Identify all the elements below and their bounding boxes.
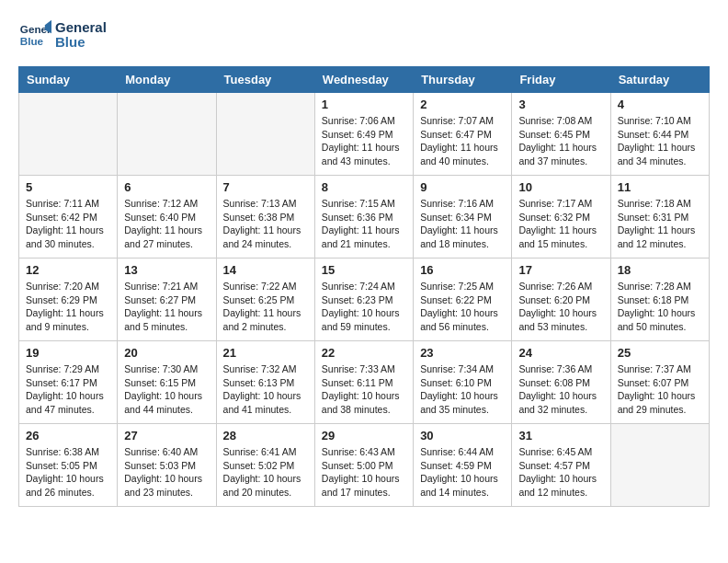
day-number: 3 — [518, 98, 603, 111]
day-number: 18 — [618, 263, 702, 277]
calendar-cell: 30Sunrise: 6:44 AM Sunset: 4:59 PM Dayli… — [414, 424, 512, 507]
day-number: 13 — [124, 263, 209, 277]
day-number: 30 — [420, 429, 505, 442]
calendar-cell: 6Sunrise: 7:12 AM Sunset: 6:40 PM Daylig… — [118, 176, 216, 259]
day-number: 2 — [420, 98, 505, 111]
column-header-tuesday: Tuesday — [216, 67, 314, 93]
column-header-saturday: Saturday — [610, 67, 709, 93]
day-number: 24 — [518, 346, 603, 360]
day-info: Sunrise: 7:21 AM Sunset: 6:27 PM Dayligh… — [124, 280, 209, 334]
week-row-2: 5Sunrise: 7:11 AM Sunset: 6:42 PM Daylig… — [19, 176, 710, 259]
calendar-cell: 9Sunrise: 7:16 AM Sunset: 6:34 PM Daylig… — [414, 176, 512, 259]
week-row-3: 12Sunrise: 7:20 AM Sunset: 6:29 PM Dayli… — [19, 259, 710, 341]
calendar-cell: 19Sunrise: 7:29 AM Sunset: 6:17 PM Dayli… — [19, 341, 118, 424]
calendar-cell: 14Sunrise: 7:22 AM Sunset: 6:25 PM Dayli… — [216, 259, 314, 341]
calendar-cell: 7Sunrise: 7:13 AM Sunset: 6:38 PM Daylig… — [216, 176, 314, 259]
day-number: 21 — [223, 346, 308, 360]
day-number: 23 — [420, 346, 505, 360]
day-number: 6 — [124, 180, 209, 194]
day-info: Sunrise: 7:33 AM Sunset: 6:11 PM Dayligh… — [322, 362, 406, 417]
day-number: 12 — [26, 263, 110, 277]
calendar-cell: 4Sunrise: 7:10 AM Sunset: 6:44 PM Daylig… — [610, 93, 709, 176]
day-number: 15 — [322, 263, 406, 277]
calendar-cell: 31Sunrise: 6:45 AM Sunset: 4:57 PM Dayli… — [512, 424, 610, 507]
calendar-cell: 29Sunrise: 6:43 AM Sunset: 5:00 PM Dayli… — [314, 424, 413, 507]
day-number: 14 — [223, 263, 308, 277]
calendar-cell: 20Sunrise: 7:30 AM Sunset: 6:15 PM Dayli… — [118, 341, 216, 424]
column-header-sunday: Sunday — [19, 67, 118, 93]
calendar-cell: 17Sunrise: 7:26 AM Sunset: 6:20 PM Dayli… — [512, 259, 610, 341]
day-info: Sunrise: 6:45 AM Sunset: 4:57 PM Dayligh… — [518, 445, 603, 500]
calendar-cell — [610, 424, 709, 507]
logo: General Blue GeneralBlue — [18, 18, 107, 52]
column-header-monday: Monday — [118, 67, 216, 93]
calendar-cell: 28Sunrise: 6:41 AM Sunset: 5:02 PM Dayli… — [216, 424, 314, 507]
calendar-header-row: SundayMondayTuesdayWednesdayThursdayFrid… — [19, 67, 710, 93]
calendar-cell: 3Sunrise: 7:08 AM Sunset: 6:45 PM Daylig… — [512, 93, 610, 176]
day-number: 10 — [518, 180, 603, 194]
day-info: Sunrise: 7:32 AM Sunset: 6:13 PM Dayligh… — [223, 362, 308, 417]
day-info: Sunrise: 7:22 AM Sunset: 6:25 PM Dayligh… — [223, 280, 308, 334]
calendar-cell: 24Sunrise: 7:36 AM Sunset: 6:08 PM Dayli… — [512, 341, 610, 424]
day-info: Sunrise: 7:08 AM Sunset: 6:45 PM Dayligh… — [518, 114, 603, 168]
day-number: 11 — [618, 180, 702, 194]
column-header-thursday: Thursday — [414, 67, 512, 93]
day-info: Sunrise: 7:37 AM Sunset: 6:07 PM Dayligh… — [618, 362, 702, 417]
day-info: Sunrise: 6:41 AM Sunset: 5:02 PM Dayligh… — [223, 445, 308, 500]
day-number: 31 — [518, 429, 603, 442]
calendar-cell — [216, 93, 314, 176]
calendar-cell: 5Sunrise: 7:11 AM Sunset: 6:42 PM Daylig… — [19, 176, 118, 259]
day-info: Sunrise: 7:30 AM Sunset: 6:15 PM Dayligh… — [124, 362, 209, 417]
calendar-cell: 10Sunrise: 7:17 AM Sunset: 6:32 PM Dayli… — [512, 176, 610, 259]
day-number: 5 — [26, 180, 110, 194]
day-info: Sunrise: 7:16 AM Sunset: 6:34 PM Dayligh… — [420, 197, 505, 251]
day-number: 9 — [420, 180, 505, 194]
week-row-4: 19Sunrise: 7:29 AM Sunset: 6:17 PM Dayli… — [19, 341, 710, 424]
calendar-cell: 26Sunrise: 6:38 AM Sunset: 5:05 PM Dayli… — [19, 424, 118, 507]
day-number: 4 — [618, 98, 702, 111]
calendar-cell: 1Sunrise: 7:06 AM Sunset: 6:49 PM Daylig… — [314, 93, 413, 176]
logo-text: GeneralBlue — [55, 20, 107, 51]
calendar-cell: 27Sunrise: 6:40 AM Sunset: 5:03 PM Dayli… — [118, 424, 216, 507]
day-number: 16 — [420, 263, 505, 277]
calendar-cell: 11Sunrise: 7:18 AM Sunset: 6:31 PM Dayli… — [610, 176, 709, 259]
day-info: Sunrise: 7:13 AM Sunset: 6:38 PM Dayligh… — [223, 197, 308, 251]
day-info: Sunrise: 7:07 AM Sunset: 6:47 PM Dayligh… — [420, 114, 505, 168]
day-info: Sunrise: 7:20 AM Sunset: 6:29 PM Dayligh… — [26, 280, 110, 334]
day-info: Sunrise: 7:10 AM Sunset: 6:44 PM Dayligh… — [618, 114, 702, 168]
day-info: Sunrise: 7:26 AM Sunset: 6:20 PM Dayligh… — [518, 280, 603, 334]
calendar-cell — [118, 93, 216, 176]
calendar-table: SundayMondayTuesdayWednesdayThursdayFrid… — [18, 66, 710, 507]
day-number: 22 — [322, 346, 406, 360]
day-info: Sunrise: 6:40 AM Sunset: 5:03 PM Dayligh… — [124, 445, 209, 500]
day-info: Sunrise: 7:34 AM Sunset: 6:10 PM Dayligh… — [420, 362, 505, 417]
week-row-5: 26Sunrise: 6:38 AM Sunset: 5:05 PM Dayli… — [19, 424, 710, 507]
day-number: 25 — [618, 346, 702, 360]
calendar-cell: 23Sunrise: 7:34 AM Sunset: 6:10 PM Dayli… — [414, 341, 512, 424]
calendar-cell: 8Sunrise: 7:15 AM Sunset: 6:36 PM Daylig… — [314, 176, 413, 259]
page-header: General Blue GeneralBlue — [18, 18, 710, 52]
day-info: Sunrise: 7:36 AM Sunset: 6:08 PM Dayligh… — [518, 362, 603, 417]
day-info: Sunrise: 6:44 AM Sunset: 4:59 PM Dayligh… — [420, 445, 505, 500]
calendar-cell — [19, 93, 118, 176]
day-info: Sunrise: 6:43 AM Sunset: 5:00 PM Dayligh… — [322, 445, 406, 500]
day-info: Sunrise: 7:18 AM Sunset: 6:31 PM Dayligh… — [618, 197, 702, 251]
calendar-cell: 13Sunrise: 7:21 AM Sunset: 6:27 PM Dayli… — [118, 259, 216, 341]
day-info: Sunrise: 6:38 AM Sunset: 5:05 PM Dayligh… — [26, 445, 110, 500]
day-number: 8 — [322, 180, 406, 194]
calendar-cell: 25Sunrise: 7:37 AM Sunset: 6:07 PM Dayli… — [610, 341, 709, 424]
day-number: 19 — [26, 346, 110, 360]
day-number: 26 — [26, 429, 110, 442]
calendar-cell: 22Sunrise: 7:33 AM Sunset: 6:11 PM Dayli… — [314, 341, 413, 424]
day-info: Sunrise: 7:15 AM Sunset: 6:36 PM Dayligh… — [322, 197, 406, 251]
day-number: 17 — [518, 263, 603, 277]
calendar-cell: 15Sunrise: 7:24 AM Sunset: 6:23 PM Dayli… — [314, 259, 413, 341]
day-number: 27 — [124, 429, 209, 442]
week-row-1: 1Sunrise: 7:06 AM Sunset: 6:49 PM Daylig… — [19, 93, 710, 176]
calendar-cell: 16Sunrise: 7:25 AM Sunset: 6:22 PM Dayli… — [414, 259, 512, 341]
day-number: 29 — [322, 429, 406, 442]
day-info: Sunrise: 7:25 AM Sunset: 6:22 PM Dayligh… — [420, 280, 505, 334]
day-number: 20 — [124, 346, 209, 360]
day-info: Sunrise: 7:12 AM Sunset: 6:40 PM Dayligh… — [124, 197, 209, 251]
column-header-friday: Friday — [512, 67, 610, 93]
